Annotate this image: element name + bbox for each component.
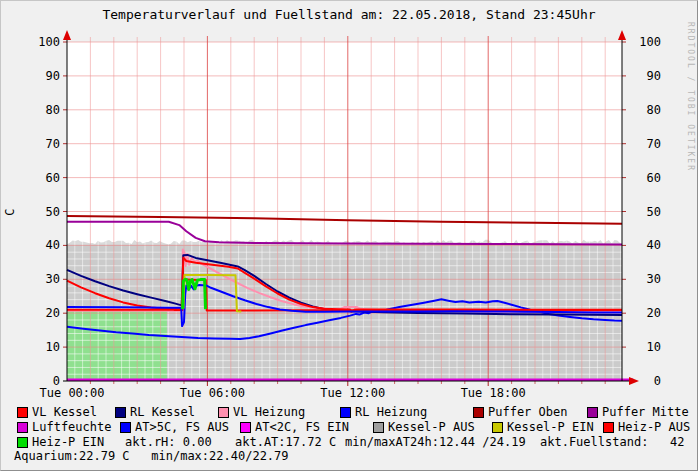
y-tick-label-right: 20 <box>635 307 661 320</box>
legend-label: VL Heizung <box>233 406 305 419</box>
y-tick-label-left: 70 <box>30 138 60 151</box>
legend-label: akt.rH: 0.00 <box>125 436 212 449</box>
legend-swatch <box>473 407 484 418</box>
legend-label: AT>5C, FS AUS <box>135 421 229 434</box>
legend-swatch <box>17 407 28 418</box>
legend-label: Heiz-P EIN <box>32 436 104 449</box>
legend-row: Heiz-P EINakt.rH: 0.00akt.AT:17.72 Cmin/… <box>0 436 698 450</box>
legend-label: RL Kessel <box>130 406 195 419</box>
legend-swatch <box>603 422 614 433</box>
legend-label: Luftfeuchte <box>32 421 111 434</box>
legend-label: VL Kessel <box>32 406 97 419</box>
legend-label: Puffer Mitte <box>602 406 689 419</box>
legend-row: LuftfeuchteAT>5C, FS AUSAT<2C, FS EINKes… <box>0 421 698 435</box>
legend-swatch <box>17 437 28 448</box>
x-tick-label: Tue 18:00 <box>448 387 538 400</box>
y-tick-label-left: 80 <box>30 104 60 117</box>
y-tick-label-left: 50 <box>30 206 60 219</box>
legend-label: Aquarium:22.79 C min/max:22.40/22.79 <box>14 450 289 463</box>
y-tick-label-right: 80 <box>635 104 661 117</box>
y-tick-label-right: 0 <box>635 375 661 388</box>
legend-label: min/maxAT24h:12.44 /24.19 <box>345 436 526 449</box>
legend-label: akt.Fuellstand: 42 <box>540 436 685 449</box>
y-tick-label-left: 10 <box>30 341 60 354</box>
chart-canvas <box>0 0 698 471</box>
y-tick-label-left: 40 <box>30 239 60 252</box>
legend-swatch <box>17 422 28 433</box>
y-tick-label-left: 90 <box>30 70 60 83</box>
x-tick-label: Tue 00:00 <box>27 387 117 400</box>
y-tick-label-right: 90 <box>635 70 661 83</box>
y-tick-label-right: 30 <box>635 273 661 286</box>
y-tick-label-left: 100 <box>30 36 60 49</box>
legend-label: Kessel-P EIN <box>507 421 594 434</box>
legend-swatch <box>587 407 598 418</box>
y-tick-label-left: 20 <box>30 307 60 320</box>
legend-swatch <box>373 422 384 433</box>
legend-swatch <box>115 407 126 418</box>
legend-swatch <box>492 422 503 433</box>
y-tick-label-right: 70 <box>635 138 661 151</box>
y-tick-label-right: 60 <box>635 172 661 185</box>
x-tick-label: Tue 06:00 <box>167 387 257 400</box>
y-tick-label-right: 10 <box>635 341 661 354</box>
y-tick-label-right: 40 <box>635 239 661 252</box>
legend-label: akt.AT:17.72 C <box>235 436 336 449</box>
legend-row: Aquarium:22.79 C min/max:22.40/22.79 <box>0 450 698 464</box>
legend-swatch <box>240 422 251 433</box>
legend-swatch <box>340 407 351 418</box>
x-tick-label: Tue 12:00 <box>308 387 398 400</box>
y-tick-label-left: 60 <box>30 172 60 185</box>
legend-label: AT<2C, FS EIN <box>255 421 349 434</box>
y-tick-label-right: 100 <box>635 36 661 49</box>
legend-label: Heiz-P AUS <box>618 421 690 434</box>
legend-row: VL KesselRL KesselVL HeizungRL HeizungPu… <box>0 406 698 420</box>
legend-label: Puffer Oben <box>488 406 567 419</box>
legend-label: RL Heizung <box>355 406 427 419</box>
y-tick-label-right: 50 <box>635 206 661 219</box>
legend-label: Kessel-P AUS <box>388 421 475 434</box>
legend-swatch <box>120 422 131 433</box>
rrdtool-watermark: RRDTOOL / TOBI OETIKER <box>686 22 695 172</box>
y-tick-label-left: 30 <box>30 273 60 286</box>
legend-swatch <box>218 407 229 418</box>
